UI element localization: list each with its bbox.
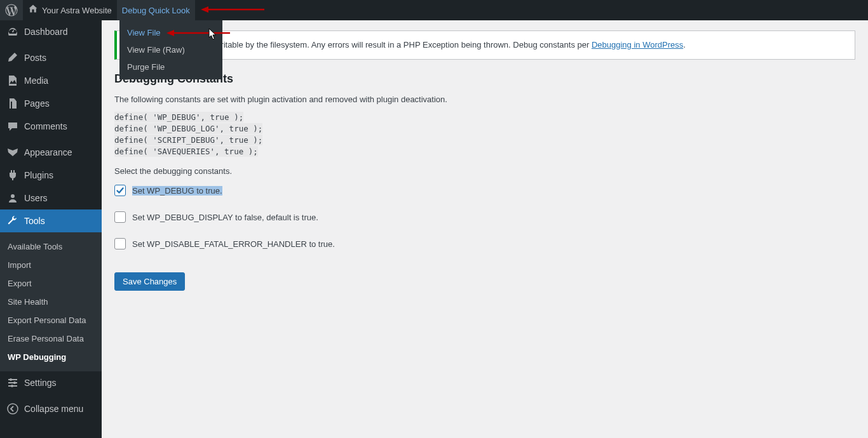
option-row: Set WP_DISABLE_FATAL_ERROR_HANDLER to tr… <box>114 238 855 249</box>
option-label[interactable]: Set WP_DEBUG to true. <box>132 186 222 196</box>
site-name-label: Your Astra Website <box>42 6 112 15</box>
constants-intro: The following constants are set with plu… <box>114 95 855 104</box>
option-checkbox[interactable] <box>114 211 126 223</box>
option-checkbox[interactable] <box>114 185 126 196</box>
dql-purge-file[interactable]: Purge File <box>119 58 222 76</box>
home-icon <box>28 4 38 17</box>
sub-erase-personal-data[interactable]: Erase Personal Data <box>0 329 102 348</box>
sidebar-label: Users <box>24 193 48 203</box>
sidebar-comments[interactable]: Comments <box>0 115 102 138</box>
admin-sidebar: Dashboard Posts Media Pages Comments App… <box>0 20 102 438</box>
main-content: nfig.php file must be writable by the fi… <box>102 20 868 438</box>
sidebar-users[interactable]: Users <box>0 187 102 209</box>
svg-point-9 <box>10 378 12 381</box>
option-checkbox[interactable] <box>114 238 126 249</box>
notice-tail: . <box>683 40 686 50</box>
option-label[interactable]: Set WP_DISABLE_FATAL_ERROR_HANDLER to tr… <box>132 239 335 249</box>
option-row: Set WP_DEBUG_DISPLAY to false, default i… <box>114 211 855 223</box>
sub-export-personal-data[interactable]: Export Personal Data <box>0 311 102 329</box>
sidebar-label: Plugins <box>24 170 53 180</box>
select-text: Select the debugging constants. <box>114 166 855 176</box>
sidebar-pages[interactable]: Pages <box>0 92 102 115</box>
sub-site-health[interactable]: Site Health <box>0 293 102 311</box>
sidebar-label: Tools <box>24 216 45 226</box>
notice-text: file must be writable by the filesystem.… <box>168 40 592 50</box>
sidebar-media[interactable]: Media <box>0 69 102 92</box>
sidebar-appearance[interactable]: Appearance <box>0 141 102 164</box>
sidebar-collapse-label: Collapse menu <box>24 404 83 414</box>
sidebar-label: Settings <box>24 378 57 388</box>
sidebar-dashboard[interactable]: Dashboard <box>0 20 102 43</box>
sub-wp-debugging[interactable]: WP Debugging <box>0 348 102 366</box>
sidebar-tools-submenu: Available Tools Import Export Site Healt… <box>0 232 102 371</box>
debug-quick-look-dropdown: View File View File (Raw) Purge File <box>119 20 222 79</box>
admin-bar: Your Astra Website Debug Quick Look <box>0 0 868 20</box>
wordpress-icon <box>5 4 18 17</box>
dashboard-icon <box>6 25 19 38</box>
sidebar-label: Appearance <box>24 147 72 157</box>
save-changes-button[interactable]: Save Changes <box>114 272 185 291</box>
sidebar-label: Comments <box>24 121 67 131</box>
sidebar-settings[interactable]: Settings <box>0 371 102 394</box>
admin-notice: nfig.php file must be writable by the fi… <box>114 30 855 60</box>
wp-logo-button[interactable] <box>0 0 23 20</box>
plugins-icon <box>6 169 19 182</box>
sub-available-tools[interactable]: Available Tools <box>0 237 102 256</box>
sidebar-label: Pages <box>24 98 50 109</box>
svg-point-5 <box>11 194 15 198</box>
sidebar-tools[interactable]: Tools <box>0 209 102 232</box>
option-label[interactable]: Set WP_DEBUG_DISPLAY to false, default i… <box>132 213 318 222</box>
comments-icon <box>6 120 19 133</box>
appearance-icon <box>6 146 19 159</box>
sidebar-label: Dashboard <box>24 27 68 37</box>
svg-point-12 <box>8 404 18 414</box>
posts-icon <box>6 51 19 64</box>
option-row: Set WP_DEBUG to true. <box>114 185 855 196</box>
notice-link[interactable]: Debugging in WordPress <box>592 40 683 50</box>
debug-quick-look-menu-button[interactable]: Debug Quick Look <box>117 0 195 20</box>
pages-icon <box>6 97 19 110</box>
media-icon <box>6 74 19 87</box>
sidebar-collapse[interactable]: Collapse menu <box>0 397 102 420</box>
dql-view-file[interactable]: View File <box>119 24 222 41</box>
dql-view-file-raw[interactable]: View File (Raw) <box>119 41 222 58</box>
options-list: Set WP_DEBUG to true.Set WP_DEBUG_DISPLA… <box>114 185 855 249</box>
collapse-icon <box>6 402 19 415</box>
sidebar-label: Posts <box>24 53 46 63</box>
codeblock: define( 'WP_DEBUG', true ); define( 'WP_… <box>114 112 855 158</box>
sub-import[interactable]: Import <box>0 256 102 274</box>
debug-quick-look-label: Debug Quick Look <box>122 6 190 15</box>
svg-point-11 <box>11 385 13 387</box>
svg-point-4 <box>14 78 16 80</box>
sidebar-label: Media <box>24 76 48 86</box>
settings-icon <box>6 376 19 389</box>
users-icon <box>6 192 19 204</box>
sidebar-posts[interactable]: Posts <box>0 46 102 69</box>
site-name-button[interactable]: Your Astra Website <box>23 0 117 20</box>
sub-export[interactable]: Export <box>0 274 102 293</box>
tools-icon <box>6 215 19 227</box>
section-title: Debugging Constants <box>114 72 855 86</box>
sidebar-plugins[interactable]: Plugins <box>0 164 102 187</box>
svg-point-10 <box>13 382 16 384</box>
